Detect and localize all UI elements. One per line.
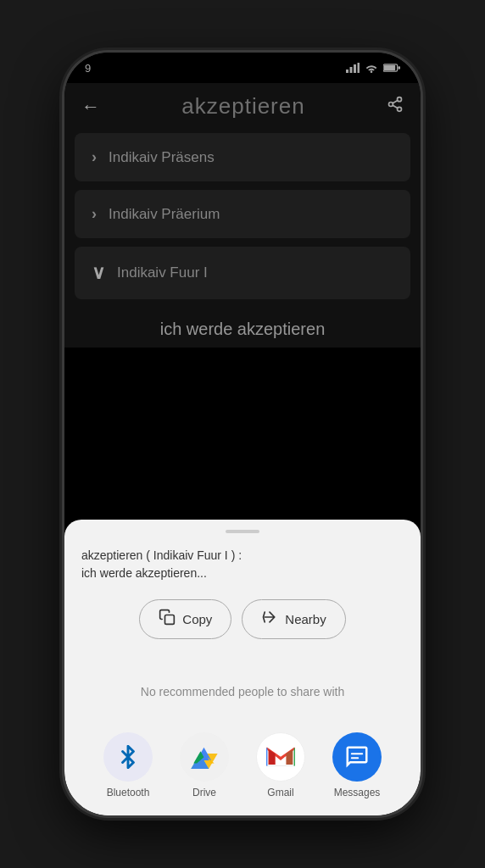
- battery-icon: [383, 63, 400, 73]
- status-bar: 9: [64, 53, 421, 83]
- accordion-item-fuur[interactable]: ∨ Indikaiv Fuur I: [75, 247, 410, 299]
- phone-screen: 9: [64, 53, 421, 815]
- accordion-label-praesens: Indikaiv Präsens: [109, 149, 215, 166]
- drive-circle: [180, 732, 229, 782]
- chevron-praesens: ›: [92, 148, 97, 166]
- status-time: 9: [85, 62, 91, 75]
- signal-icon: [346, 63, 360, 73]
- svg-line-10: [393, 105, 398, 108]
- accordion-label-praerium: Indikaiv Präerium: [109, 206, 220, 223]
- bluetooth-label: Bluetooth: [107, 787, 150, 798]
- bottom-sheet: akzeptieren ( Indikaiv Fuur I ) : ich we…: [64, 520, 421, 815]
- share-preview-line1: akzeptieren ( Indikaiv Fuur I ) :: [81, 548, 242, 562]
- drive-icon: [191, 745, 218, 769]
- status-icons: [346, 63, 400, 73]
- gmail-label: Gmail: [267, 787, 293, 798]
- svg-rect-12: [165, 615, 175, 625]
- chevron-fuur: ∨: [92, 262, 105, 284]
- drive-label: Drive: [192, 787, 216, 798]
- app-content: › Indikaiv Präsens › Indikaiv Präerium ∨…: [64, 133, 421, 348]
- share-actions: Copy Nearby: [81, 599, 404, 639]
- back-button[interactable]: ←: [81, 96, 100, 118]
- share-preview-line2: ich werde akzeptieren...: [81, 566, 207, 580]
- svg-rect-6: [399, 66, 401, 69]
- svg-rect-3: [358, 63, 360, 73]
- no-recommend-text: No recommended people to share with: [81, 659, 404, 724]
- svg-rect-0: [346, 70, 348, 73]
- app-icon-gmail[interactable]: Gmail: [256, 732, 305, 798]
- app-icon-drive[interactable]: Drive: [180, 732, 229, 798]
- phone-body: 9: [64, 53, 421, 815]
- conjugation-text: ich werde akzeptieren: [75, 308, 410, 348]
- messages-circle: [332, 732, 382, 782]
- phone-container: 9: [0, 0, 485, 868]
- app-header: ← akzeptieren: [64, 83, 421, 133]
- bluetooth-circle: [103, 732, 153, 782]
- bluetooth-icon: [116, 745, 140, 769]
- app-icon-messages[interactable]: Messages: [332, 732, 382, 798]
- svg-rect-5: [384, 65, 395, 71]
- app-title: akzeptieren: [100, 93, 387, 120]
- accordion-item-praesens[interactable]: › Indikaiv Präsens: [75, 133, 410, 181]
- wifi-icon: [365, 63, 378, 73]
- nearby-label: Nearby: [285, 612, 326, 626]
- accordion-item-praerium[interactable]: › Indikaiv Präerium: [75, 190, 410, 238]
- share-button[interactable]: [387, 96, 404, 117]
- copy-icon: [159, 609, 176, 630]
- notch: [192, 53, 293, 76]
- gmail-icon: [266, 746, 295, 768]
- nearby-button[interactable]: Nearby: [242, 599, 345, 639]
- copy-label: Copy: [182, 612, 212, 626]
- accordion-label-fuur: Indikaiv Fuur I: [117, 264, 208, 281]
- svg-rect-1: [350, 67, 353, 73]
- app-icon-bluetooth[interactable]: Bluetooth: [103, 732, 153, 798]
- messages-label: Messages: [334, 787, 381, 798]
- app-icons-row: Bluetooth: [81, 724, 404, 815]
- svg-rect-2: [354, 64, 356, 73]
- messages-icon: [344, 744, 370, 770]
- copy-button[interactable]: Copy: [139, 599, 231, 639]
- share-content-preview: akzeptieren ( Indikaiv Fuur I ) : ich we…: [81, 547, 404, 582]
- chevron-praerium: ›: [92, 205, 97, 223]
- sheet-handle: [226, 530, 259, 533]
- gmail-circle: [256, 732, 305, 782]
- nearby-icon: [261, 609, 278, 630]
- svg-line-11: [393, 100, 398, 103]
